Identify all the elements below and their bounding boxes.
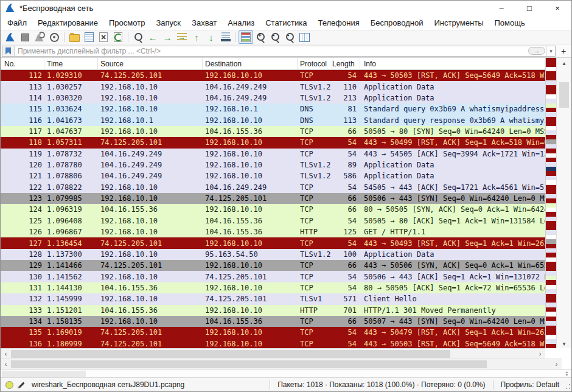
column-header-proto[interactable]: Protocol (298, 58, 332, 69)
packet-row-112[interactable]: 1121.02931074.125.205.101192.168.10.10TC… (1, 70, 545, 81)
column-header-no[interactable]: No. (1, 58, 44, 69)
column-header-dst[interactable]: Destination (203, 58, 298, 69)
add-filter-button[interactable]: + (558, 46, 569, 57)
close-button[interactable]: × (543, 1, 571, 15)
menu-item-11[interactable]: Помощь (489, 16, 531, 29)
cell-no: 134 (1, 317, 44, 326)
packet-row-130[interactable]: 1301.141562192.168.10.1074.125.205.101TC… (1, 271, 545, 282)
packet-row-134[interactable]: 1341.158135192.168.10.10104.16.155.36TCP… (1, 316, 545, 327)
cell-src: 104.16.249.249 (98, 161, 203, 169)
vertical-scrollbar[interactable]: ▴ ▾ (556, 58, 571, 348)
menu-item-5[interactable]: Захват (186, 16, 222, 29)
reload-file-button[interactable] (111, 30, 125, 44)
packet-row-117[interactable]: 1171.047637192.168.10.10104.16.155.36TCP… (1, 126, 545, 137)
packet-row-124[interactable]: 1241.096319104.16.155.36192.168.10.10TCP… (1, 204, 545, 215)
spin-down-icon[interactable]: ▾ (566, 374, 568, 377)
display-filter-input[interactable] (15, 47, 528, 55)
colorize-button[interactable] (239, 30, 253, 44)
packet-row-122[interactable]: 1221.078822192.168.10.10104.16.249.249TC… (1, 182, 545, 193)
packet-row-121[interactable]: 1211.078806104.16.249.249192.168.10.10TL… (1, 170, 545, 181)
packet-row-133[interactable]: 1331.151201104.16.155.36192.168.10.10HTT… (1, 305, 545, 316)
restart-capture-button[interactable] (32, 30, 47, 44)
go-back-button[interactable]: ← (145, 30, 160, 44)
packet-row-128[interactable]: 1281.137300192.168.10.1095.163.54.50TLSv… (1, 249, 545, 260)
packet-row-125[interactable]: 1251.096408192.168.10.10104.16.155.36TCP… (1, 215, 545, 226)
apply-filter-button[interactable]: → (528, 47, 545, 55)
save-file-button[interactable] (82, 30, 96, 44)
packet-row-126[interactable]: 1261.096867192.168.10.10104.16.155.36HTT… (1, 226, 545, 237)
vertical-scrollbar-thumb[interactable] (559, 82, 569, 108)
menu-item-3[interactable]: Просмотр (103, 16, 150, 29)
cell-dst: 192.168.10.10 (203, 261, 298, 270)
scroll-left-arrow-icon[interactable]: ‹ (1, 349, 11, 359)
scroll-down-arrow-icon[interactable]: ▾ (557, 338, 571, 348)
go-first-button[interactable]: ↑ (189, 30, 204, 44)
packet-row-135[interactable]: 1351.16901974.125.205.101192.168.10.10TC… (1, 327, 545, 338)
go-last-button[interactable]: ↓ (204, 30, 218, 44)
filter-bookmark-button[interactable] (2, 46, 15, 56)
menu-item-1[interactable]: Файл (2, 16, 32, 29)
go-forward-button[interactable]: → (160, 30, 175, 44)
packet-row-127[interactable]: 1271.13645474.125.205.101192.168.10.10TC… (1, 237, 545, 248)
packet-row-120[interactable]: 1201.078780104.16.249.249192.168.10.10TL… (1, 159, 545, 170)
menu-item-6[interactable]: Анализ (222, 16, 260, 29)
menu-item-7[interactable]: Статистика (260, 16, 312, 29)
minimap-stripe (546, 280, 556, 284)
packet-row-132[interactable]: 1321.145999192.168.10.1074.125.205.101TL… (1, 293, 545, 304)
scroll-up-arrow-icon[interactable]: ▴ (557, 58, 571, 68)
packet-row-119[interactable]: 1191.078732104.16.249.249192.168.10.10TC… (1, 149, 545, 159)
find-packet-button[interactable] (131, 30, 145, 44)
go-to-packet-button[interactable]: → (175, 30, 189, 44)
intelligent-scrollbar-minimap[interactable] (545, 58, 556, 348)
packet-row-113[interactable]: 1131.030257192.168.10.10104.16.249.249TL… (1, 81, 545, 92)
capture-options-button[interactable] (47, 30, 61, 44)
menu-item-2[interactable]: Редактирование (32, 16, 103, 29)
packet-list: No.TimeSourceDestinationProtocolLengthIn… (1, 58, 545, 348)
menu-item-10[interactable]: Инструменты (428, 16, 489, 29)
hscroll-thumb-1[interactable] (11, 350, 450, 358)
cell-no: 114 (1, 94, 44, 102)
packet-row-118[interactable]: 1181.05731174.125.205.101192.168.10.10TC… (1, 137, 545, 148)
expert-info-icon[interactable] (5, 381, 13, 389)
hscroll-thumb-2[interactable] (11, 360, 487, 368)
minimap-stripe (546, 162, 556, 166)
capture-comment-icon[interactable] (17, 380, 26, 389)
cell-len: 66 (332, 194, 360, 203)
resize-columns-button[interactable] (297, 30, 312, 44)
packet-row-131[interactable]: 1311.144130104.16.155.36192.168.10.10TCP… (1, 282, 545, 293)
menu-item-9[interactable]: Беспроводной (365, 16, 429, 29)
scroll-right-arrow-icon[interactable]: › (535, 349, 545, 359)
horizontal-scrollbar-list[interactable]: ‹ › (1, 348, 545, 359)
stop-capture-button[interactable] (18, 30, 32, 44)
resize-grip[interactable] (564, 378, 571, 391)
menu-item-4[interactable]: Запуск (150, 16, 186, 29)
packet-row-116[interactable]: 1161.041673192.168.10.1192.168.10.10DNS1… (1, 114, 545, 125)
auto-scroll-button[interactable] (218, 30, 233, 44)
open-file-button[interactable] (67, 30, 82, 44)
start-capture-button[interactable] (3, 30, 18, 44)
packet-row-114[interactable]: 1141.030320192.168.10.10104.16.249.249TL… (1, 93, 545, 103)
menu-item-8[interactable]: Телефония (312, 16, 364, 29)
column-header-info[interactable]: Info (360, 58, 545, 69)
packet-row-123[interactable]: 1231.079985192.168.10.1074.125.205.101TC… (1, 193, 545, 204)
scroll-right-arrow-icon-2[interactable]: › (551, 359, 562, 369)
zoom-original-button[interactable]: - (282, 30, 297, 44)
zoom-in-button[interactable]: + (253, 30, 268, 44)
column-header-time[interactable]: Time (44, 58, 98, 69)
column-header-len[interactable]: Length (332, 58, 360, 69)
column-header-src[interactable]: Source (98, 58, 203, 69)
zoom-out-button[interactable]: - (268, 30, 282, 44)
filter-dropdown-caret[interactable]: ▾ (546, 46, 555, 56)
packet-row-129[interactable]: 1291.14146674.125.205.101192.168.10.10TC… (1, 260, 545, 271)
horizontal-scrollbar-window[interactable]: ‹ › (1, 359, 562, 369)
profile-selector[interactable]: Профиль: Default (496, 380, 565, 389)
close-file-button[interactable] (96, 30, 111, 44)
packet-row-115[interactable]: 1151.033624192.168.10.10192.168.10.1DNS8… (1, 103, 545, 114)
minimap-stripe (546, 67, 556, 71)
scroll-left-arrow-icon-2[interactable]: ‹ (1, 359, 11, 369)
pane-spinner[interactable]: ▴ ▾ (566, 371, 568, 377)
minimap-stripe (546, 99, 556, 103)
packet-row-136[interactable]: 1361.18099974.125.205.101192.168.10.10TC… (1, 338, 545, 348)
minimize-button[interactable]: – (487, 1, 515, 15)
maximize-button[interactable]: □ (515, 1, 543, 15)
